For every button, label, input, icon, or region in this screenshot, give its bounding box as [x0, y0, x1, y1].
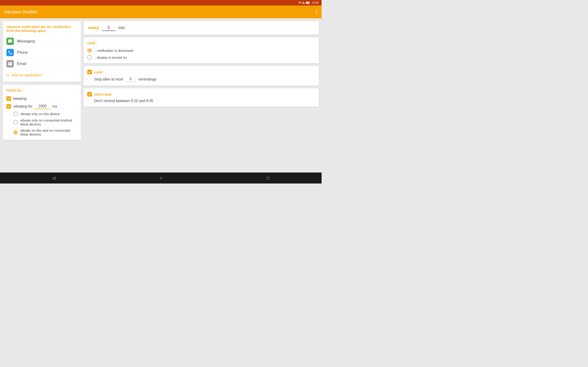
radio-inner-dismissed: [88, 49, 91, 52]
messaging-icon: [6, 38, 14, 45]
limit-title: Limit: [94, 70, 103, 74]
add-icon: +: [6, 72, 9, 78]
app-title: Vibration Notifier: [4, 9, 37, 15]
app-list-title: Observe notification bar for notificatio…: [6, 25, 77, 33]
limit-header: Limit: [87, 70, 315, 74]
menu-dot-1: [316, 10, 317, 10]
radio-dismissed[interactable]: ...notification is dismissed: [87, 48, 315, 53]
radio-label-both: vibrate on this and on connected Wear de…: [20, 128, 77, 136]
list-item: Phone: [6, 47, 77, 58]
radio-wear-only[interactable]: vibrate only on connected Android Wear d…: [13, 118, 77, 126]
vibrating-checkbox[interactable]: [6, 104, 11, 109]
every-value-input[interactable]: [102, 25, 115, 31]
radio-display-on[interactable]: ...display is turned on: [87, 55, 315, 60]
notify-by-title: Notify by...: [6, 88, 77, 92]
svg-rect-2: [309, 2, 310, 3]
vibrating-input-row: vibrating for ms: [13, 104, 57, 109]
recents-button[interactable]: □: [262, 174, 274, 182]
list-item: Email: [6, 58, 77, 69]
left-column: Observe notification bar for notificatio…: [3, 21, 81, 170]
radio-label-wear: vibrate only on connected Android Wear d…: [20, 118, 77, 126]
messaging-label: Messaging: [17, 39, 35, 43]
silent-header: Silent time: [87, 92, 315, 97]
status-bar: 10:42: [0, 0, 321, 6]
limit-value-input[interactable]: [125, 77, 137, 82]
home-button[interactable]: ○: [155, 174, 167, 182]
add-application-button[interactable]: + Add an application: [6, 69, 77, 78]
vibrating-unit: ms: [52, 104, 57, 108]
every-unit: min: [118, 25, 125, 30]
menu-dot-3: [316, 13, 317, 14]
phone-icon: [6, 49, 14, 56]
email-label: Email: [17, 62, 26, 66]
radio-both[interactable]: vibrate on this and on connected Wear de…: [13, 128, 77, 136]
vibrating-label: vibrating for: [13, 104, 33, 108]
wifi-icon: [298, 1, 301, 4]
silent-time-card: Silent time Don't remind between 0:10 an…: [84, 88, 319, 107]
bottom-nav: ◁ ○ □: [0, 173, 321, 184]
phone-label: Phone: [17, 50, 27, 55]
overflow-menu-button[interactable]: [315, 9, 318, 15]
notify-by-card: Notify by... beeping vibrating: [3, 85, 81, 140]
battery-icon: [306, 1, 310, 4]
silent-description: Don't remind between 0:10 and 8:35: [94, 99, 315, 103]
until-options-group: ...notification is dismissed ...display …: [87, 48, 315, 60]
beeping-label: beeping: [13, 97, 26, 101]
svg-rect-1: [306, 2, 309, 4]
silent-title: Silent time: [94, 92, 112, 96]
add-application-label: Add an application: [12, 73, 42, 77]
radio-outer-both: [13, 130, 18, 135]
back-button[interactable]: ◁: [48, 174, 60, 182]
radio-label-dismissed: ...notification is dismissed: [94, 49, 133, 52]
radio-outer-display: [87, 55, 92, 60]
radio-outer-wear: [13, 120, 18, 125]
radio-label-display: ...display is turned on: [94, 56, 127, 59]
limit-unit: remindings: [138, 77, 156, 81]
vibrate-options-group: vibrate only on this device vibrate only…: [13, 111, 77, 136]
app-list-card: Observe notification bar for notificatio…: [3, 21, 81, 82]
menu-dot-2: [316, 11, 317, 12]
time-display: 10:42: [312, 1, 319, 4]
list-item: Messaging: [6, 36, 77, 47]
status-icons: 10:42: [298, 1, 319, 4]
beeping-checkbox[interactable]: [6, 96, 11, 101]
silent-checkbox[interactable]: [87, 92, 92, 97]
main-content: Observe notification bar for notificatio…: [0, 18, 321, 173]
radio-outer-dismissed: [87, 48, 92, 53]
radio-inner-both: [15, 131, 17, 133]
stop-label: Stop after at most: [94, 77, 123, 81]
radio-label-device: vibrate only on this device: [20, 112, 60, 116]
right-column: every min Until... ...notification is di…: [84, 21, 319, 170]
until-card: Until... ...notification is dismissed ..…: [84, 37, 319, 63]
limit-card: Limit Stop after at most remindings: [84, 66, 319, 85]
vibrating-ms-input[interactable]: [35, 104, 51, 109]
radio-device-only[interactable]: vibrate only on this device: [13, 111, 77, 116]
email-icon: [6, 60, 14, 67]
vibrating-row: vibrating for ms: [6, 102, 77, 110]
limit-checkbox[interactable]: [87, 70, 92, 74]
app-bar: Vibration Notifier: [0, 6, 321, 18]
until-title: Until...: [87, 41, 315, 45]
every-label: every: [88, 25, 99, 30]
limit-body: Stop after at most remindings: [94, 77, 315, 82]
every-min-card: every min: [84, 21, 319, 35]
radio-outer-device: [13, 111, 18, 116]
signal-icon: [302, 1, 305, 4]
beeping-row: beeping: [6, 95, 77, 102]
